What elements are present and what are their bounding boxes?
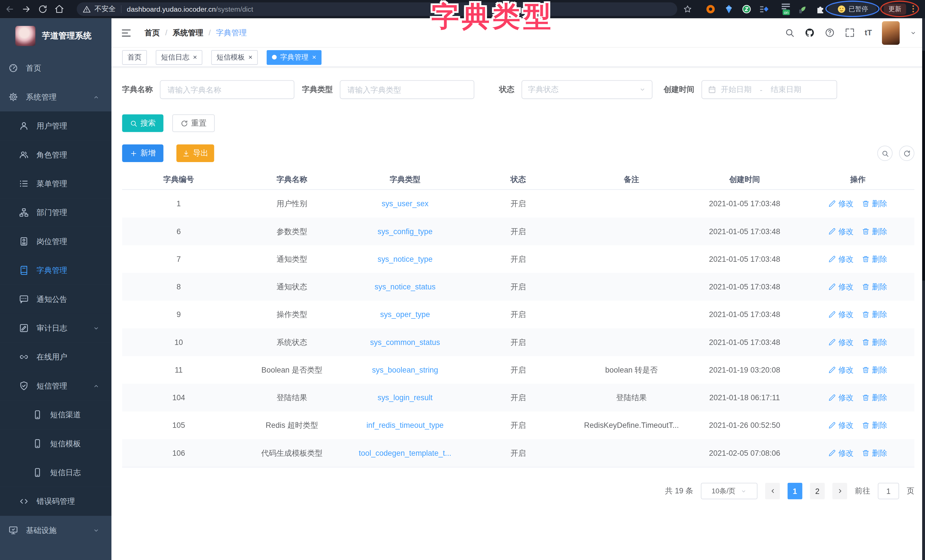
status-select[interactable]: 字典状态 — [521, 80, 652, 99]
sidebar-item-16[interactable]: 基础设施 — [0, 516, 111, 545]
scrollbar-thumb[interactable] — [922, 51, 925, 281]
delete-link[interactable]: 删除 — [862, 337, 887, 348]
sidebar-item-13[interactable]: 短信模板 — [0, 429, 111, 458]
delete-link[interactable]: 删除 — [862, 254, 887, 264]
close-icon[interactable]: × — [312, 54, 316, 61]
add-button[interactable]: 新增 — [122, 145, 164, 162]
tabs-bar: 首页 短信日志 × 短信模板 × 字典管理 × — [111, 48, 925, 67]
fullscreen-icon[interactable] — [845, 28, 855, 38]
edit-link[interactable]: 修改 — [829, 198, 854, 209]
github-icon[interactable] — [804, 28, 814, 38]
prev-page-button[interactable] — [765, 483, 780, 499]
browser-back-icon[interactable] — [5, 4, 15, 14]
bookmark-star-icon[interactable] — [683, 5, 692, 14]
extension-on-badge-icon[interactable]: on — [780, 2, 792, 16]
close-icon[interactable]: × — [249, 54, 253, 61]
extension-gem-icon[interactable] — [724, 4, 734, 14]
page-size-select[interactable]: 10条/页 — [701, 483, 758, 499]
dict-name-input[interactable] — [160, 80, 294, 99]
delete-link[interactable]: 删除 — [862, 364, 887, 375]
toggle-search-button[interactable] — [877, 146, 892, 161]
sidebar-item-0[interactable]: 首页 — [0, 54, 111, 82]
dict-type-link[interactable]: sys_common_status — [370, 338, 440, 347]
edit-link[interactable]: 修改 — [829, 392, 854, 403]
extension-donut-icon[interactable] — [706, 4, 716, 14]
app-logo-row[interactable]: 芋道管理系统 — [0, 18, 111, 54]
paused-extension-badge[interactable]: 已暂停 — [829, 2, 877, 16]
delete-link[interactable]: 删除 — [862, 448, 887, 458]
search-button[interactable]: 搜索 — [122, 114, 164, 132]
extension-green-circle-icon[interactable] — [741, 4, 752, 14]
font-size-icon[interactable]: tT — [865, 28, 872, 37]
dict-type-input[interactable] — [340, 80, 474, 99]
sidebar-item-7[interactable]: 字典管理 — [0, 256, 111, 285]
dict-type-link[interactable]: sys_notice_type — [378, 254, 432, 263]
sidebar-item-12[interactable]: 短信渠道 — [0, 400, 111, 429]
sidebar-item-6[interactable]: 岗位管理 — [0, 227, 111, 256]
delete-link[interactable]: 删除 — [862, 420, 887, 431]
tab-3[interactable]: 字典管理 × — [267, 50, 322, 65]
edit-link[interactable]: 修改 — [829, 254, 854, 264]
dict-type-link[interactable]: sys_oper_type — [380, 310, 430, 319]
sidebar-item-9[interactable]: 审计日志 — [0, 314, 111, 342]
sidebar-item-10[interactable]: 在线用户 — [0, 342, 111, 371]
breadcrumb-item[interactable]: 系统管理 — [173, 27, 203, 38]
sidebar-item-2[interactable]: 用户管理 — [0, 111, 111, 140]
delete-link[interactable]: 删除 — [862, 309, 887, 319]
browser-reload-icon[interactable] — [38, 4, 48, 14]
sidebar-item-15[interactable]: 错误码管理 — [0, 487, 111, 516]
edit-link[interactable]: 修改 — [829, 282, 854, 292]
date-range-picker[interactable]: 开始日期 - 结束日期 — [701, 80, 837, 99]
close-icon[interactable]: × — [193, 54, 197, 61]
next-page-button[interactable] — [832, 483, 847, 499]
reset-button[interactable]: 重置 — [172, 114, 215, 132]
delete-link[interactable]: 删除 — [862, 198, 887, 209]
delete-link[interactable]: 删除 — [862, 282, 887, 292]
address-bar[interactable]: 不安全 dashboard.yudao.iocoder.cn/system/di… — [77, 2, 677, 16]
browser-home-icon[interactable] — [54, 4, 64, 14]
edit-link[interactable]: 修改 — [829, 226, 854, 237]
help-icon[interactable] — [825, 28, 835, 38]
edit-link[interactable]: 修改 — [829, 448, 854, 458]
delete-link[interactable]: 删除 — [862, 392, 887, 403]
extension-diamond-icon[interactable] — [759, 4, 769, 14]
dict-type-link[interactable]: inf_redis_timeout_type — [366, 421, 444, 430]
edit-link[interactable]: 修改 — [829, 309, 854, 319]
edit-link[interactable]: 修改 — [829, 420, 854, 431]
chevron-down-icon[interactable] — [910, 29, 917, 36]
browser-forward-icon[interactable] — [21, 4, 31, 14]
user-avatar[interactable] — [882, 21, 899, 44]
sidebar-item-4[interactable]: 菜单管理 — [0, 169, 111, 198]
tab-0[interactable]: 首页 — [122, 50, 147, 65]
dict-type-link[interactable]: sys_login_result — [378, 393, 432, 402]
refresh-table-button[interactable] — [899, 146, 914, 161]
sidebar-item-1[interactable]: 系统管理 — [0, 83, 111, 111]
dict-type-link[interactable]: tool_codegen_template_t... — [359, 449, 451, 458]
extension-leaf-icon[interactable] — [798, 4, 807, 14]
tab-1[interactable]: 短信日志 × — [156, 50, 203, 65]
dict-type-link[interactable]: sys_user_sex — [381, 199, 429, 208]
page-button-1[interactable]: 1 — [788, 483, 803, 499]
sidebar-item-11[interactable]: 短信管理 — [0, 372, 111, 400]
goto-page-input[interactable] — [878, 483, 899, 499]
search-icon[interactable] — [785, 28, 794, 38]
edit-link[interactable]: 修改 — [829, 364, 854, 375]
dict-type-link[interactable]: sys_config_type — [378, 227, 432, 236]
delete-link[interactable]: 删除 — [862, 226, 887, 237]
export-button[interactable]: 导出 — [176, 145, 214, 162]
sidebar-item-5[interactable]: 部门管理 — [0, 198, 111, 227]
browser-menu-kebab-icon[interactable] — [908, 4, 918, 14]
tab-2[interactable]: 短信模板 × — [211, 50, 258, 65]
sidebar-item-3[interactable]: 角色管理 — [0, 140, 111, 169]
sidebar-item-14[interactable]: 短信日志 — [0, 458, 111, 487]
sidebar-item-8[interactable]: 通知公告 — [0, 285, 111, 314]
dict-type-link[interactable]: sys_boolean_string — [372, 366, 438, 374]
extension-puzzle-icon[interactable] — [815, 4, 825, 14]
browser-update-button[interactable]: 更新 — [884, 3, 906, 15]
page-button-2[interactable]: 2 — [810, 483, 825, 499]
dict-type-link[interactable]: sys_notice_status — [374, 282, 435, 291]
sidebar-toggle-icon[interactable] — [121, 27, 131, 38]
edit-link[interactable]: 修改 — [829, 337, 854, 348]
window-scrollbar[interactable] — [922, 18, 925, 560]
breadcrumb-item[interactable]: 首页 — [145, 27, 160, 38]
